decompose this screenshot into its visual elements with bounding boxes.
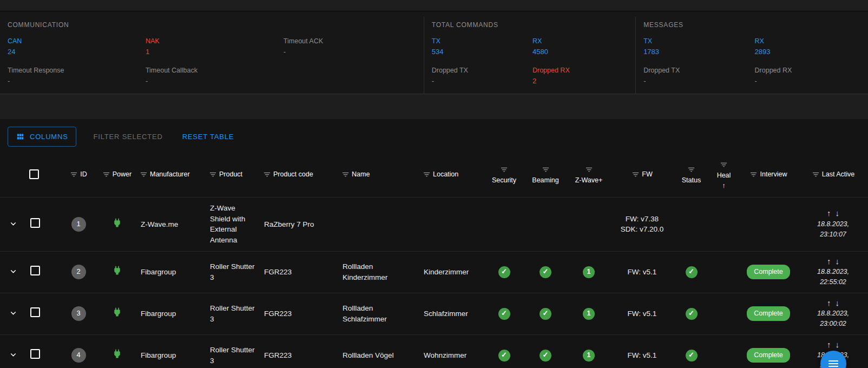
stat-item (284, 67, 416, 85)
cell-name (338, 198, 419, 251)
column-header-product[interactable]: Product (206, 153, 260, 198)
column-label: Power (113, 170, 131, 179)
cell-expander (0, 251, 26, 293)
cell-power (97, 334, 136, 368)
filter-icon (632, 170, 640, 179)
stat-label: CAN (8, 37, 140, 45)
stat-label: Dropped TX (432, 67, 527, 74)
stat-label: TX (432, 37, 527, 45)
cell-fw: FW: v5.1 (610, 293, 674, 334)
filter-icon (423, 170, 431, 179)
stats-section-2: MESSAGESTX1783RX2893Dropped TX-Dropped R… (635, 17, 868, 94)
column-header-name[interactable]: Name (338, 153, 419, 198)
cell-fw: FW: v7.38SDK: v7.20.0 (610, 198, 674, 251)
cell-last-active: ↑↓18.8.2023, 23:10:07 (798, 198, 868, 251)
column-header-id[interactable]: ID (60, 153, 97, 198)
interview-status-badge: Complete (747, 306, 790, 320)
reset-table-button[interactable]: RESET TABLE (180, 128, 236, 146)
column-label: Last Active (822, 170, 854, 179)
column-header-last_active[interactable]: Last Active (798, 153, 868, 198)
cell-power (97, 293, 136, 334)
columns-button[interactable]: COLUMNS (8, 127, 76, 147)
cell-manufacturer: Fibargroup (136, 251, 206, 293)
filter-icon (749, 170, 758, 179)
filter-icon (209, 170, 217, 179)
device-table: IDPowerManufacturerProductProduct codeNa… (0, 153, 868, 368)
column-label: Name (352, 170, 370, 179)
expand-chevron-icon (9, 267, 18, 276)
column-header-zwave_plus[interactable]: Z-Wave+ (567, 153, 610, 198)
column-header-status[interactable]: Status (674, 153, 709, 198)
cell-product: Roller Shutter 3 (206, 334, 260, 368)
cell-expander (0, 293, 26, 334)
node-id-badge: 2 (71, 265, 86, 279)
cell-manufacturer: Z-Wave.me (136, 198, 206, 251)
column-header-manufacturer[interactable]: Manufacturer (136, 153, 206, 198)
stat-value: 2893 (755, 48, 860, 56)
check-circle-icon: ✓ (498, 308, 510, 320)
column-header-power[interactable]: Power (97, 153, 136, 198)
column-header-fw[interactable]: FW (610, 153, 674, 198)
column-header-security[interactable]: Security (484, 153, 524, 198)
cell-product-code: FGR223 (260, 334, 338, 368)
fw-version: FW: v5.1 (615, 350, 669, 361)
cell-zwave-plus: 1 (567, 334, 610, 368)
stats-section-title: TOTAL COMMANDS (432, 21, 628, 29)
zwave-plus-badge: 1 (583, 266, 595, 278)
node-id-badge: 3 (71, 306, 86, 321)
last-active-arrows: ↑↓ (803, 257, 864, 266)
cell-security: ✓ (484, 251, 524, 293)
cell-manufacturer: Fibargroup (136, 334, 206, 368)
expand-row-button[interactable] (6, 265, 19, 278)
stat-item: NAK1 (146, 37, 278, 56)
arrow-up-icon: ↑ (827, 257, 831, 266)
row-checkbox[interactable] (30, 266, 40, 275)
filter-icon (542, 166, 550, 174)
column-header-product_code[interactable]: Product code (260, 153, 338, 198)
select-all-checkbox[interactable] (29, 169, 39, 179)
stat-item: TX1783 (643, 37, 749, 56)
column-header-interview[interactable]: Interview (739, 153, 798, 198)
expand-chevron-icon (9, 308, 18, 318)
stat-label: Timeout Response (8, 67, 140, 74)
cell-name: Rollladen Kinderzimmer (338, 251, 419, 293)
row-checkbox[interactable] (30, 349, 40, 359)
column-label: Security (492, 176, 516, 185)
column-header-beaming[interactable]: Beaming (524, 153, 567, 198)
row-checkbox[interactable] (30, 307, 40, 317)
expand-row-button[interactable] (6, 348, 19, 361)
row-checkbox[interactable] (30, 218, 40, 228)
stat-value: 534 (432, 48, 527, 56)
expand-chevron-icon (9, 350, 18, 359)
column-header-heal[interactable]: Heal↑ (709, 153, 739, 198)
expand-row-button[interactable] (6, 217, 19, 230)
stat-value: 1783 (643, 48, 749, 56)
cell-beaming: ✓ (524, 251, 567, 293)
header-expander (0, 153, 26, 198)
device-row: 1Z-Wave.meZ-Wave Shield with External An… (0, 198, 868, 251)
stat-item: CAN24 (8, 37, 140, 56)
menu-icon (828, 360, 838, 367)
cell-product: Roller Shutter 3 (206, 293, 260, 334)
filter-selected-button[interactable]: FILTER SELECTED (91, 128, 165, 146)
cell-id: 2 (60, 251, 97, 293)
stat-item: Timeout Callback- (146, 67, 278, 85)
stat-label: Timeout Callback (146, 67, 278, 74)
expand-row-button[interactable] (6, 306, 19, 319)
cell-power (97, 198, 136, 251)
cell-id: 1 (60, 198, 97, 251)
column-label: Location (433, 170, 458, 179)
stat-label: RX (755, 37, 860, 45)
arrow-up-icon: ↑ (827, 340, 831, 349)
cell-location (419, 198, 484, 251)
power-plug-icon (111, 265, 123, 276)
check-circle-icon: ✓ (686, 308, 698, 320)
cell-product-code: RaZberry 7 Pro (260, 198, 338, 251)
cell-checkbox (26, 334, 60, 368)
cell-heal (709, 293, 739, 334)
header-select-all (26, 153, 60, 198)
check-circle-icon: ✓ (540, 266, 551, 278)
column-header-location[interactable]: Location (419, 153, 484, 198)
column-label: Status (682, 176, 701, 185)
cell-last-active: ↑↓18.8.2023, 23:00:02 (798, 293, 868, 334)
